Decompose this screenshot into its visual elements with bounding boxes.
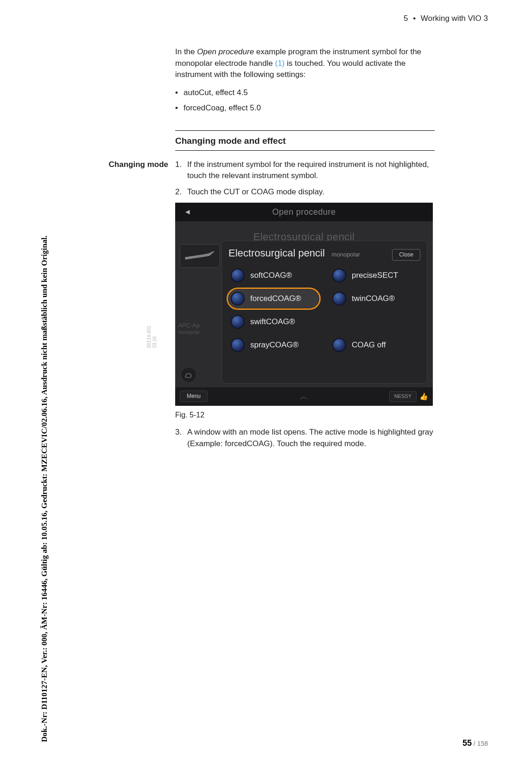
device-screenshot: ◄ Open procedure Electrosurgical pencil … — [175, 203, 433, 406]
radio-icon — [231, 292, 245, 306]
panel-subtitle: monopolar — [332, 251, 360, 258]
figure-5-12: ◄ Open procedure Electrosurgical pencil … — [175, 203, 435, 420]
doc-metadata-vertical: Dok.-Nr: D110127-EN, Ver.: 000, ÄM-Nr: 1… — [39, 236, 51, 742]
main-content: In the Open procedure example program th… — [175, 46, 435, 454]
mode-swiftcoag[interactable]: swiftCOAG® — [228, 313, 319, 331]
radio-icon — [231, 315, 245, 329]
apc-label: APC-Ap monopolar — [178, 322, 200, 336]
page-footer: 55 / 158 — [462, 737, 488, 749]
chapter-title: Working with VIO 3 — [421, 14, 488, 23]
page-current: 55 — [462, 738, 472, 748]
close-button[interactable]: Close — [392, 249, 420, 261]
thumbs-up-icon: 👍 — [419, 391, 428, 402]
mode-spraycoag[interactable]: sprayCOAG® — [228, 336, 319, 354]
header-bullet: • — [413, 14, 416, 23]
page-header: 5 • Working with VIO 3 — [404, 13, 488, 25]
margin-label: Changing mode — [92, 159, 168, 171]
doc-code-vertical: 80114-601 03.16 — [146, 326, 157, 348]
radio-icon — [231, 338, 245, 352]
intro-paragraph: In the Open procedure example program th… — [175, 46, 435, 81]
radio-icon — [332, 292, 346, 306]
chapter-number: 5 — [404, 14, 408, 23]
step-3: 3.A window with an mode list opens. The … — [175, 427, 435, 449]
mode-precisesect[interactable]: preciseSECT — [330, 266, 420, 285]
device-title: Open procedure — [200, 206, 408, 218]
step-2: 2.Touch the CUT or COAG mode display. — [175, 186, 435, 198]
radio-icon — [231, 269, 245, 282]
panel-title: Electrosurgical pencil — [228, 247, 325, 259]
device-titlebar: ◄ Open procedure — [175, 203, 433, 221]
mode-panel: Electrosurgical pencil monopolar Close s… — [222, 241, 427, 384]
mode-forcedcoag[interactable]: forcedCOAG® — [228, 289, 319, 308]
radio-icon — [332, 338, 346, 352]
section-heading: Changing mode and effect — [175, 131, 435, 151]
list-item: •forcedCoag, effect 5.0 — [175, 102, 435, 114]
steps-block: Changing mode 1.If the instrument symbol… — [175, 159, 435, 449]
menu-button[interactable]: Menu — [180, 391, 208, 402]
figure-caption: Fig. 5-12 — [175, 410, 435, 420]
pencil-instrument-icon[interactable] — [180, 244, 220, 268]
page-total: 158 — [477, 740, 488, 747]
mode-twincoag[interactable]: twinCOAG® — [330, 289, 420, 308]
ref-marker-1: (1) — [275, 59, 285, 68]
hand-icon[interactable] — [181, 367, 196, 383]
radio-icon — [332, 269, 346, 282]
chevron-up-icon[interactable]: ︿ — [300, 391, 308, 403]
nessy-button[interactable]: NESSY — [389, 391, 417, 402]
mode-grid: softCOAG® preciseSECT forcedCOAG® twinCO… — [228, 266, 420, 354]
settings-list: •autoCut, effect 4.5 •forcedCoag, effect… — [175, 87, 435, 114]
device-footer: Menu ︿ NESSY 👍 — [175, 387, 433, 406]
step-1: 1.If the instrument symbol for the requi… — [175, 159, 435, 182]
mode-softcoag[interactable]: softCOAG® — [228, 266, 319, 285]
mode-coag-off[interactable]: COAG off — [330, 336, 420, 354]
back-icon[interactable]: ◄ — [175, 206, 200, 217]
list-item: •autoCut, effect 4.5 — [175, 87, 435, 99]
